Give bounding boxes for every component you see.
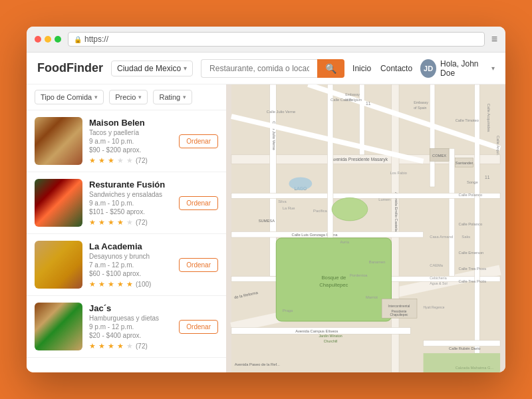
lock-icon: 🔒 (74, 36, 82, 43)
svg-text:Chapultepec: Chapultepec (390, 313, 409, 317)
nav-inicio[interactable]: Inicio (352, 64, 371, 73)
star-filled: ★ (117, 280, 124, 289)
restaurant-image (35, 117, 82, 165)
filters-bar: Tipo de Comida ▾ Precio ▾ Rating ▾ (27, 84, 226, 110)
svg-text:Calle Timoteo: Calle Timoteo (456, 118, 479, 122)
address-bar[interactable]: 🔒 https:// (68, 32, 485, 47)
star-filled: ★ (108, 342, 114, 350)
order-button[interactable]: Ordenar (179, 134, 218, 148)
star-filled: ★ (89, 342, 96, 350)
dot-maximize[interactable] (55, 36, 61, 43)
search-icon: 🔍 (325, 63, 336, 74)
browser-menu-icon[interactable]: ≡ (491, 33, 497, 45)
svg-rect-47 (424, 340, 500, 346)
filter-tipo-comida[interactable]: Tipo de Comida ▾ (35, 90, 104, 104)
search-button[interactable]: 🔍 (317, 59, 344, 78)
filter-tipo-chevron: ▾ (94, 94, 98, 100)
svg-text:Banamen: Banamen (369, 260, 386, 264)
svg-text:CAEMa: CAEMa (430, 263, 444, 267)
rating-count: (100) (136, 281, 151, 288)
rating-row: ★★★★★ (72) (89, 156, 172, 165)
restaurant-card[interactable]: La Academia Desayunos y brunch 7 a.m - 1… (27, 234, 226, 296)
star-filled: ★ (98, 156, 105, 165)
restaurant-info: Jac´s Hamburguesas y dietas 9 p.m - 12 p… (89, 303, 172, 350)
browser-chrome: 🔒 https:// ≡ (27, 27, 505, 53)
location-select[interactable]: Ciudad de Mexico ▾ (111, 61, 193, 76)
star-filled: ★ (108, 280, 114, 289)
rating-row: ★★★★★ (72) (89, 342, 172, 350)
browser-dots (35, 36, 61, 43)
svg-text:Calle Emerson: Calle Emerson (459, 251, 484, 255)
svg-text:Saks: Saks (462, 235, 470, 239)
restaurant-card[interactable]: Jac´s Hamburguesas y dietas 9 p.m - 12 p… (27, 296, 226, 358)
rating-count: (72) (136, 219, 148, 226)
svg-text:SUMESA: SUMESA (259, 219, 275, 223)
user-avatar: JD (420, 59, 436, 78)
location-text: Ciudad de Mexico (117, 64, 181, 73)
dot-minimize[interactable] (45, 36, 51, 43)
app-header: FoodFinder Ciudad de Mexico ▾ 🔍 Inicio C… (27, 53, 505, 84)
search-input[interactable] (201, 59, 317, 78)
star-filled: ★ (98, 280, 105, 289)
restaurant-hours: 9 a.m - 10 p.m. (89, 138, 172, 145)
svg-text:Chapultepec: Chapultepec (319, 282, 348, 288)
order-button[interactable]: Ordenar (179, 196, 218, 210)
restaurant-type: Sandwiches y ensaladas (89, 191, 172, 198)
svg-text:Lumen: Lumen (378, 198, 390, 201)
restaurant-name: La Academia (89, 241, 172, 251)
svg-text:Calle Tres Picós: Calle Tres Picós (459, 279, 487, 283)
filter-rating[interactable]: Rating ▾ (153, 90, 192, 104)
restaurant-card[interactable]: Resturante Fusión Sandwiches y ensaladas… (27, 172, 226, 234)
user-area[interactable]: JD Hola, John Doe ▾ (420, 59, 495, 78)
dot-close[interactable] (35, 36, 41, 43)
order-button[interactable]: Ordenar (179, 320, 218, 334)
restaurant-price: $101 - $250 aprox. (89, 208, 172, 215)
svg-rect-14 (430, 84, 435, 187)
star-filled: ★ (89, 280, 96, 289)
svg-text:Avría: Avría (340, 240, 350, 244)
svg-text:Calle Polanco: Calle Polanco (459, 222, 483, 226)
restaurant-type: Hamburguesas y dietas (89, 315, 172, 322)
filter-rating-chevron: ▾ (183, 94, 186, 100)
svg-text:Bosque de: Bosque de (322, 275, 346, 281)
star-filled: ★ (98, 218, 105, 227)
restaurant-image (35, 241, 82, 289)
star-filled: ★ (108, 218, 114, 227)
svg-text:Churchill: Churchill (324, 339, 338, 343)
user-name: Hola, John Doe (440, 59, 487, 78)
restaurant-name: Resturante Fusión (89, 180, 172, 190)
filter-precio[interactable]: Precio ▾ (109, 90, 148, 104)
restaurant-card[interactable]: Maison Belen Tacos y paellería 9 a.m - 1… (27, 110, 226, 172)
rating-count: (72) (136, 157, 148, 164)
restaurant-info: Maison Belen Tacos y paellería 9 a.m - 1… (89, 118, 172, 165)
url-text: https:// (84, 35, 108, 44)
order-button[interactable]: Ordenar (179, 258, 218, 272)
restaurant-name: Maison Belen (89, 118, 172, 128)
rating-row: ★★★★★ (100) (89, 280, 172, 289)
svg-text:Calle Julio Verne: Calle Julio Verne (267, 110, 295, 114)
svg-rect-17 (475, 84, 480, 353)
search-container: 🔍 (201, 59, 344, 78)
svg-rect-13 (327, 84, 333, 238)
svg-rect-11 (449, 148, 455, 276)
browser-window: 🔒 https:// ≡ FoodFinder Ciudad de Mexico… (27, 27, 505, 372)
star-empty: ★ (117, 156, 124, 165)
svg-rect-49 (424, 353, 500, 372)
restaurant-info: Resturante Fusión Sandwiches y ensaladas… (89, 180, 172, 227)
svg-text:Los Fabio: Los Fabio (390, 171, 407, 175)
logo-food: Food (37, 61, 66, 74)
restaurant-price: $20 - $400 aprox. (89, 332, 172, 339)
rating-row: ★★★★★ (72) (89, 218, 172, 227)
nav-contacto[interactable]: Contacto (380, 64, 412, 73)
svg-text:Intercontinental: Intercontinental (388, 305, 410, 308)
star-filled: ★ (108, 156, 114, 165)
svg-text:Calle Tres Picos: Calle Tres Picos (459, 267, 487, 271)
map-area[interactable]: Avenida Presidente Masaryk Avenida Paseo… (226, 84, 505, 372)
app-logo[interactable]: FoodFinder (37, 61, 103, 75)
main-content: Tipo de Comida ▾ Precio ▾ Rating ▾ Maiso… (27, 84, 505, 372)
svg-text:COMEX: COMEX (432, 154, 446, 158)
restaurant-info: La Academia Desayunos y brunch 7 a.m - 1… (89, 241, 172, 289)
svg-text:Songe: Songe (467, 180, 478, 184)
restaurant-price: $90 - $200 aprox. (89, 146, 172, 154)
star-filled: ★ (89, 218, 96, 227)
